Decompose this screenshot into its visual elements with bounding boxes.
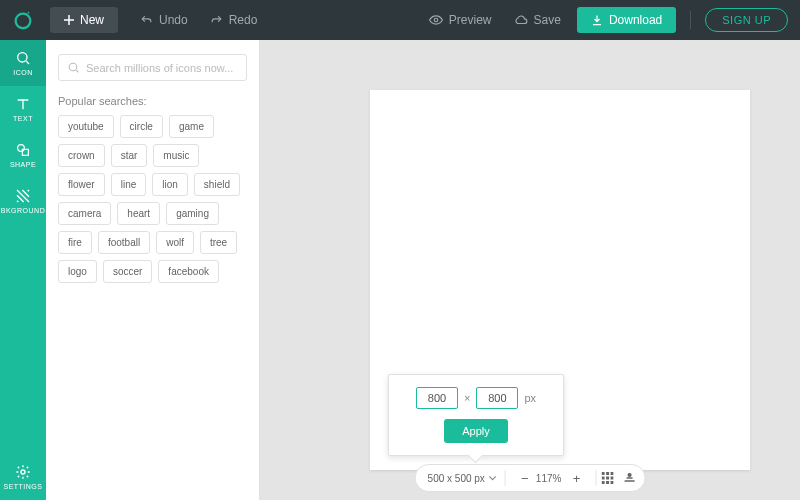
svg-rect-14: [601, 481, 604, 484]
chip-fire[interactable]: fire: [58, 231, 92, 254]
sidebar: ICON TEXT SHAPE BKGROUND SETTINGS: [0, 40, 46, 500]
size-dropdown[interactable]: 500 x 500 px: [420, 465, 505, 491]
width-input[interactable]: [416, 387, 458, 409]
svg-point-4: [18, 145, 25, 152]
undo-button[interactable]: Undo: [140, 13, 188, 27]
chip-star[interactable]: star: [111, 144, 148, 167]
shape-icon: [15, 142, 31, 158]
search-input[interactable]: [86, 62, 238, 74]
chip-wolf[interactable]: wolf: [156, 231, 194, 254]
chip-flower[interactable]: flower: [58, 173, 105, 196]
new-label: New: [80, 13, 104, 27]
height-input[interactable]: [476, 387, 518, 409]
align-icon: [623, 472, 635, 484]
redo-button[interactable]: Redo: [210, 13, 258, 27]
popular-searches-label: Popular searches:: [58, 95, 247, 107]
grid-icon: [601, 472, 613, 484]
save-label: Save: [534, 13, 561, 27]
apply-button[interactable]: Apply: [444, 419, 508, 443]
text-icon: [15, 96, 31, 112]
svg-rect-8: [601, 472, 604, 475]
minus-icon: −: [521, 471, 529, 486]
new-button[interactable]: New: [50, 7, 118, 33]
chips-container: youtubecirclegamecrownstarmusicflowerlin…: [58, 115, 247, 283]
plus-icon: +: [573, 471, 581, 486]
undo-icon: [140, 14, 153, 27]
chip-crown[interactable]: crown: [58, 144, 105, 167]
zoom-level: 117%: [536, 473, 566, 484]
align-button[interactable]: [618, 472, 640, 484]
grid-button[interactable]: [596, 472, 618, 484]
chip-heart[interactable]: heart: [117, 202, 160, 225]
sidebar-item-text[interactable]: TEXT: [0, 86, 46, 132]
svg-rect-11: [601, 477, 604, 480]
search-icon: [67, 61, 80, 74]
redo-label: Redo: [229, 13, 258, 27]
sidebar-item-settings[interactable]: SETTINGS: [0, 454, 46, 500]
preview-label: Preview: [449, 13, 492, 27]
chip-circle[interactable]: circle: [120, 115, 163, 138]
chip-line[interactable]: line: [111, 173, 147, 196]
size-unit: px: [524, 392, 536, 404]
canvas-area: × px Apply 500 x 500 px − 117% +: [260, 40, 800, 500]
chip-lion[interactable]: lion: [152, 173, 188, 196]
chip-camera[interactable]: camera: [58, 202, 111, 225]
gear-icon: [15, 464, 31, 480]
svg-rect-9: [606, 472, 609, 475]
size-popover: × px Apply: [388, 374, 564, 456]
svg-point-1: [28, 12, 30, 14]
sidebar-item-shape[interactable]: SHAPE: [0, 132, 46, 178]
chip-game[interactable]: game: [169, 115, 214, 138]
chip-logo[interactable]: logo: [58, 260, 97, 283]
svg-rect-12: [606, 477, 609, 480]
topbar-divider: [690, 11, 691, 29]
sidebar-item-bkground[interactable]: BKGROUND: [0, 178, 46, 224]
zoom-out-button[interactable]: −: [514, 471, 536, 486]
download-label: Download: [609, 13, 662, 27]
eye-icon: [429, 13, 443, 27]
undo-label: Undo: [159, 13, 188, 27]
cloud-icon: [514, 13, 528, 27]
chip-youtube[interactable]: youtube: [58, 115, 114, 138]
chip-tree[interactable]: tree: [200, 231, 237, 254]
svg-rect-10: [610, 472, 613, 475]
chip-shield[interactable]: shield: [194, 173, 240, 196]
svg-point-7: [69, 63, 77, 71]
chip-soccer[interactable]: soccer: [103, 260, 152, 283]
topbar: New Undo Redo Preview Save Download SIGN…: [0, 0, 800, 40]
svg-point-2: [434, 18, 438, 22]
chip-music[interactable]: music: [153, 144, 199, 167]
chevron-down-icon: [489, 474, 497, 482]
bottom-toolbar: 500 x 500 px − 117% +: [415, 464, 646, 492]
chip-facebook[interactable]: facebook: [158, 260, 219, 283]
svg-rect-15: [606, 481, 609, 484]
search-box[interactable]: [58, 54, 247, 81]
svg-point-0: [16, 14, 31, 29]
background-icon: [15, 188, 31, 204]
save-button[interactable]: Save: [514, 13, 561, 27]
svg-point-6: [21, 470, 25, 474]
svg-point-3: [18, 53, 27, 62]
preview-button[interactable]: Preview: [429, 13, 492, 27]
download-icon: [591, 14, 603, 26]
size-sep: ×: [464, 392, 470, 404]
icon-panel: Popular searches: youtubecirclegamecrown…: [46, 40, 260, 500]
svg-rect-16: [610, 481, 613, 484]
redo-icon: [210, 14, 223, 27]
svg-point-17: [628, 474, 631, 477]
search-icon: [15, 50, 31, 66]
zoom-in-button[interactable]: +: [565, 471, 587, 486]
signup-button[interactable]: SIGN UP: [705, 8, 788, 32]
download-button[interactable]: Download: [577, 7, 676, 33]
app-logo: [12, 8, 36, 32]
plus-icon: [64, 15, 74, 25]
sidebar-item-icon[interactable]: ICON: [0, 40, 46, 86]
chip-football[interactable]: football: [98, 231, 150, 254]
chip-gaming[interactable]: gaming: [166, 202, 219, 225]
svg-rect-13: [610, 477, 613, 480]
